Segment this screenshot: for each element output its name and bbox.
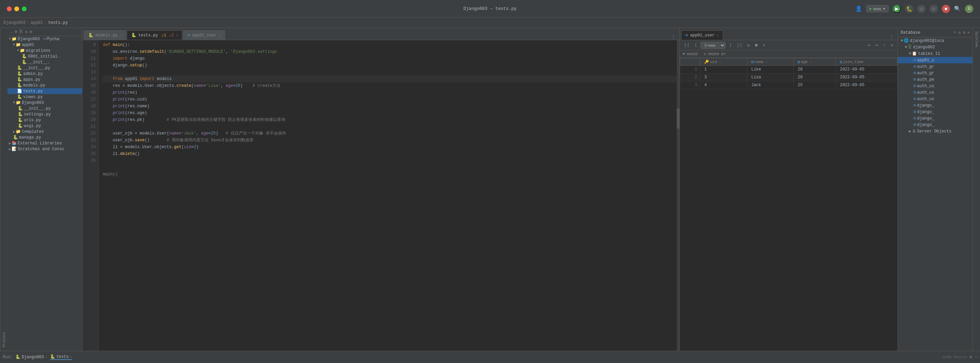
db-nav-next-next[interactable]: ⟩⟩ [735, 41, 744, 49]
search-icon[interactable]: 🔍 [954, 5, 961, 12]
tree-item-models[interactable]: 🐍 models.py [8, 82, 82, 88]
tree-item-init-django003[interactable]: 🐍 __init__.py [8, 106, 82, 111]
django003-run-tab[interactable]: 🐍 Django003 ✕ [15, 355, 48, 360]
tree-item-external[interactable]: ▶ 📚 External Libraries [8, 140, 82, 146]
tree-item-app01[interactable]: ▼ 📁 app01 [8, 42, 82, 48]
panel-filter-icon[interactable]: ⇅ [25, 29, 27, 34]
close-button[interactable] [7, 6, 11, 11]
cell-age-1[interactable]: 20 [794, 66, 836, 74]
db-stop-icon[interactable]: ■ [753, 42, 759, 49]
db-tree-auth-us-3[interactable]: ⊞ auth_us [898, 96, 972, 102]
user-avatar[interactable]: U [965, 5, 973, 13]
db-expand-sidebar-icon[interactable]: » [967, 30, 970, 35]
django003-close[interactable]: ✕ [45, 355, 48, 359]
tree-item-manage[interactable]: 🐍 manage.py [8, 135, 82, 140]
db-tab-more[interactable]: ⋮ [887, 35, 896, 40]
db-tree-app01-user[interactable]: ⊞ app01_u [898, 57, 972, 63]
panel-settings-icon[interactable]: ⚙ [30, 29, 32, 34]
cell-name-3[interactable]: Jack [747, 81, 793, 89]
cell-uid-1[interactable]: 1 [700, 66, 747, 74]
run-config-button[interactable]: ▶ tests ▼ [866, 5, 889, 12]
tab-models-close[interactable]: ✕ [119, 33, 122, 38]
db-nav-next[interactable]: ⟩ [727, 41, 733, 49]
db-nav-prev-prev[interactable]: ⟨⟨ [682, 41, 691, 49]
db-tree-auth-us-1[interactable]: ⊞ auth_us [898, 83, 972, 89]
run-button[interactable]: ▶ [893, 5, 901, 13]
maximize-button[interactable] [22, 6, 27, 11]
db-tree-django-3[interactable]: ⊞ django_ [898, 115, 972, 122]
cell-join-time-3[interactable]: 2022-09-05 [835, 81, 897, 89]
db-tab-close[interactable]: ✕ [717, 33, 719, 38]
db-filter-sidebar-icon[interactable]: ⇅ [963, 30, 965, 35]
cell-uid-3[interactable]: 4 [700, 81, 747, 89]
settings-icon-bottom[interactable]: ⚙ [970, 355, 972, 360]
col-uid[interactable]: 🔑uid ⇅ [700, 58, 747, 66]
tree-item-0001[interactable]: 🐍 0001_initial. [8, 54, 82, 59]
panel-sync-icon[interactable]: ⊕ [15, 29, 17, 34]
minus-icon-bottom[interactable]: − [975, 355, 977, 360]
breadcrumb-part-3[interactable]: tests.py [48, 21, 68, 25]
minimize-button[interactable] [14, 6, 19, 11]
db-refresh-icon[interactable]: ↻ [746, 41, 751, 49]
project-vertical-tab[interactable]: Project [0, 28, 8, 351]
db-tree-auth-us-2[interactable]: ⊞ auth_us [898, 89, 972, 96]
code-editor[interactable]: def main(): os.environ.setdefault('DJANG… [99, 40, 677, 351]
table-row[interactable]: 2 3 Lisa 20 2022-09-05 [680, 74, 897, 81]
tree-item-admin[interactable]: 🐍 admin.py [8, 71, 82, 77]
coverage-button[interactable]: ◎ [917, 5, 926, 13]
tree-item-templates[interactable]: ▶ 📁 templates [8, 129, 82, 135]
cell-name-1[interactable]: Like [747, 66, 793, 74]
tab-models-py[interactable]: 🐍 models.py ✕ [84, 30, 126, 40]
db-nav-prev[interactable]: ⟨ [693, 41, 698, 49]
tab-app01-user[interactable]: ⊞ app01_user ✕ [183, 30, 225, 40]
col-join-time[interactable]: ▤join_time [835, 58, 897, 66]
db-tree-auth-gr-2[interactable]: ⊞ auth_gr [898, 70, 972, 76]
tree-item-settings[interactable]: 🐍 settings.py [8, 111, 82, 117]
tab-app01-user-close[interactable]: ✕ [219, 33, 221, 38]
tree-item-scratches[interactable]: ▶ 📝 Scratches and Consc [8, 146, 82, 152]
db-tree-server-objects[interactable]: ▶ 🖥 Server Objects [898, 128, 972, 135]
col-name[interactable]: ▤name ⇅ [747, 58, 793, 66]
cell-join-time-2[interactable]: 2022-09-05 [835, 74, 897, 81]
db-tree-django-2[interactable]: ⊞ django_ [898, 109, 972, 115]
db-tree-connection[interactable]: ▼ 🌐 django002@loca [898, 38, 972, 44]
db-undo-icon[interactable]: ↩ [866, 41, 872, 49]
db-tree-auth-pe[interactable]: ⊞ auth_pe [898, 76, 972, 83]
cell-age-2[interactable]: 20 [794, 74, 836, 81]
tree-item-django003[interactable]: ▼ 📁 Django003 [8, 100, 82, 106]
editor-scrollbar[interactable] [677, 40, 679, 351]
tree-item-urls[interactable]: 🐍 urls.py [8, 117, 82, 123]
tree-item-views[interactable]: 🐍 views.py [8, 94, 82, 100]
tab-tests-close[interactable]: ✕ [176, 33, 178, 38]
tree-item-migrations[interactable]: ▼ 📁 migrations [8, 48, 82, 54]
tree-item-tests[interactable]: 📄 tests.py [8, 88, 82, 94]
tab-more-button[interactable]: ⋮ [668, 35, 678, 40]
breadcrumb-part-2[interactable]: app01 [31, 21, 43, 25]
db-tree-tables[interactable]: ▼ 📋 tables 11 [898, 51, 972, 57]
panel-ellipsis-icon[interactable]: … [10, 30, 13, 34]
tests-close[interactable]: ✕ [70, 355, 72, 359]
db-vertical-tab[interactable]: SplView [972, 28, 980, 351]
tree-item-init-migrations[interactable]: 🐍 __init__. [8, 59, 82, 65]
table-row[interactable]: 1 1 Like 20 2022-09-05 [680, 66, 897, 74]
tree-item-apps[interactable]: 🐍 apps.py [8, 77, 82, 82]
cell-uid-2[interactable]: 3 [700, 74, 747, 81]
db-add-icon[interactable]: + [954, 30, 956, 35]
tree-item-wsgi[interactable]: 🐍 wsgi.py [8, 123, 82, 129]
stop-button[interactable]: ■ [942, 5, 950, 13]
panel-collapse-icon[interactable]: ☰ [19, 29, 23, 34]
db-tree-django-4[interactable]: ⊞ django_ [898, 122, 972, 128]
db-refresh-sidebar-icon[interactable]: ↻ [958, 30, 961, 35]
cell-name-2[interactable]: Lisa [747, 74, 793, 81]
tests-run-tab[interactable]: 🐍 tests ✕ [50, 354, 72, 360]
db-tree-database[interactable]: ▼ 🗄 django002 [898, 44, 972, 51]
cell-join-time-1[interactable]: 2022-09-05 [835, 66, 897, 74]
tab-tests-py[interactable]: 🐍 tests.py ⚠1 ⚠2 ✕ [127, 30, 183, 40]
db-rows-select[interactable]: 3 rows 10 rows 20 rows [701, 42, 725, 49]
profile-button[interactable]: ⊙ [929, 5, 938, 13]
db-add-row-icon[interactable]: + [761, 42, 766, 49]
col-age[interactable]: ▤age ⇅ [794, 58, 836, 66]
tree-item-init-app01[interactable]: 🐍 __init__.py [8, 65, 82, 71]
db-tab-app01-user[interactable]: ⊞ app01_user ✕ [681, 30, 723, 40]
debug-button[interactable]: 🐛 [905, 5, 913, 13]
